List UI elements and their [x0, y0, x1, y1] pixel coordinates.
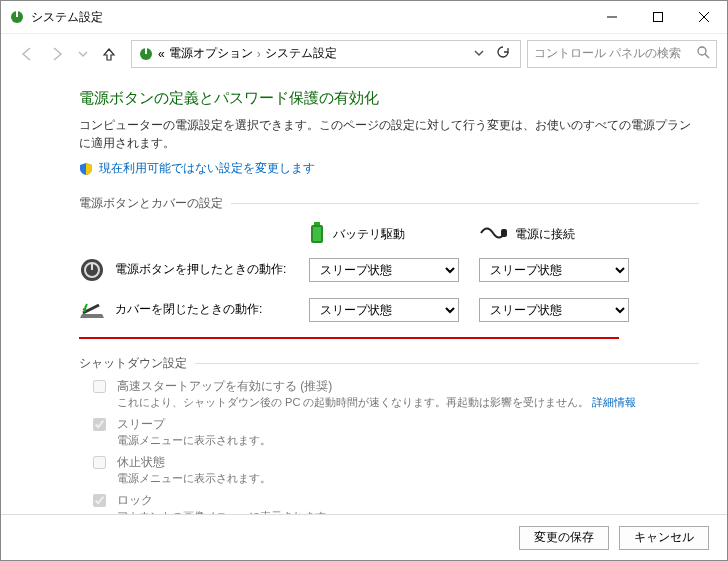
addressbar[interactable]: « 電源オプション › システム設定	[131, 40, 521, 68]
search-icon	[696, 45, 710, 62]
search-placeholder: コントロール パネルの検索	[534, 45, 696, 62]
svg-line-9	[705, 54, 709, 58]
hibernate-item: 休止状態 電源メニューに表示されます。	[89, 454, 699, 486]
admin-settings-link[interactable]: 現在利用可能ではない設定を変更します	[79, 160, 315, 177]
svg-rect-3	[654, 13, 663, 22]
breadcrumb-prefix: «	[158, 47, 165, 61]
highlight-underline	[79, 337, 619, 339]
svg-point-8	[698, 47, 706, 55]
power-button-row-label: 電源ボタンを押したときの動作:	[115, 261, 286, 278]
sleep-sub: 電源メニューに表示されます。	[117, 433, 271, 448]
power-button-icon	[79, 257, 105, 283]
fast-startup-sub: これにより、シャットダウン後の PC の起動時間が速くなります。再起動は影響を受…	[117, 396, 589, 408]
nav-back-button[interactable]	[15, 42, 39, 66]
shutdown-list: 高速スタートアップを有効にする (推奨) これにより、シャットダウン後の PC …	[79, 378, 699, 515]
nav-up-button[interactable]	[97, 42, 121, 66]
admin-settings-link-text: 現在利用可能ではない設定を変更します	[99, 160, 315, 177]
save-button[interactable]: 変更の保存	[519, 526, 609, 550]
plugged-column-label: 電源に接続	[515, 226, 575, 243]
power-buttons-group-label: 電源ボタンとカバーの設定	[79, 195, 699, 212]
recent-dropdown[interactable]	[75, 42, 91, 66]
svg-rect-1	[16, 11, 18, 17]
lid-close-row-label: カバーを閉じたときの動作:	[115, 301, 262, 318]
hibernate-checkbox[interactable]	[93, 456, 106, 469]
hibernate-title: 休止状態	[117, 454, 271, 471]
page-heading: 電源ボタンの定義とパスワード保護の有効化	[79, 89, 699, 108]
refresh-button[interactable]	[492, 45, 514, 62]
fast-startup-title: 高速スタートアップを有効にする (推奨)	[117, 378, 636, 395]
addressbar-dropdown[interactable]	[470, 47, 488, 61]
svg-rect-12	[313, 227, 321, 241]
cancel-button[interactable]: キャンセル	[619, 526, 709, 550]
lid-close-battery-select[interactable]: スリープ状態	[309, 298, 459, 322]
maximize-button[interactable]	[635, 1, 681, 33]
sleep-checkbox[interactable]	[93, 418, 106, 431]
fast-startup-item: 高速スタートアップを有効にする (推奨) これにより、シャットダウン後の PC …	[89, 378, 699, 410]
lock-checkbox[interactable]	[93, 494, 106, 507]
lid-close-row: カバーを閉じたときの動作: スリープ状態 スリープ状態	[79, 297, 699, 323]
fast-startup-checkbox[interactable]	[93, 380, 106, 393]
breadcrumb-parent[interactable]: 電源オプション	[169, 45, 253, 62]
hibernate-sub: 電源メニューに表示されます。	[117, 471, 271, 486]
chevron-right-icon: ›	[257, 47, 261, 61]
power-button-battery-select[interactable]: スリープ状態	[309, 258, 459, 282]
laptop-lid-icon	[79, 297, 105, 323]
power-button-plugged-select[interactable]: スリープ状態	[479, 258, 629, 282]
search-input[interactable]: コントロール パネルの検索	[527, 40, 717, 68]
lock-title: ロック	[117, 492, 337, 509]
power-button-row: 電源ボタンを押したときの動作: スリープ状態 スリープ状態	[79, 257, 699, 283]
shutdown-group-label: シャットダウン設定	[79, 355, 699, 372]
power-table: バッテリ駆動 電源に接続 電源ボタンを押したときの動作: スリープ状態	[79, 222, 699, 339]
close-button[interactable]	[681, 1, 727, 33]
window: システム設定	[0, 0, 728, 561]
battery-icon	[309, 222, 325, 247]
footer: 変更の保存 キャンセル	[1, 514, 727, 560]
svg-rect-7	[145, 48, 147, 54]
window-title: システム設定	[31, 9, 103, 26]
power-options-icon	[138, 46, 154, 62]
titlebar: システム設定	[1, 1, 727, 33]
navbar: « 電源オプション › システム設定 コントロール パネルの検索	[1, 33, 727, 73]
minimize-button[interactable]	[589, 1, 635, 33]
page-description: コンピューターの電源設定を選択できます。このページの設定に対して行う変更は、お使…	[79, 116, 699, 152]
plug-icon	[479, 226, 507, 243]
power-options-icon	[9, 9, 25, 25]
sleep-title: スリープ	[117, 416, 271, 433]
breadcrumb-current[interactable]: システム設定	[265, 45, 337, 62]
battery-column-label: バッテリ駆動	[333, 226, 405, 243]
shield-icon	[79, 162, 93, 176]
content: 電源ボタンの定義とパスワード保護の有効化 コンピューターの電源設定を選択できます…	[1, 73, 727, 514]
svg-rect-13	[501, 229, 507, 237]
fast-startup-info-link[interactable]: 詳細情報	[592, 395, 636, 410]
lock-item: ロック アカウントの画像メニューに表示されます。	[89, 492, 699, 515]
svg-rect-10	[314, 222, 320, 225]
lid-close-plugged-select[interactable]: スリープ状態	[479, 298, 629, 322]
nav-forward-button[interactable]	[45, 42, 69, 66]
sleep-item: スリープ 電源メニューに表示されます。	[89, 416, 699, 448]
